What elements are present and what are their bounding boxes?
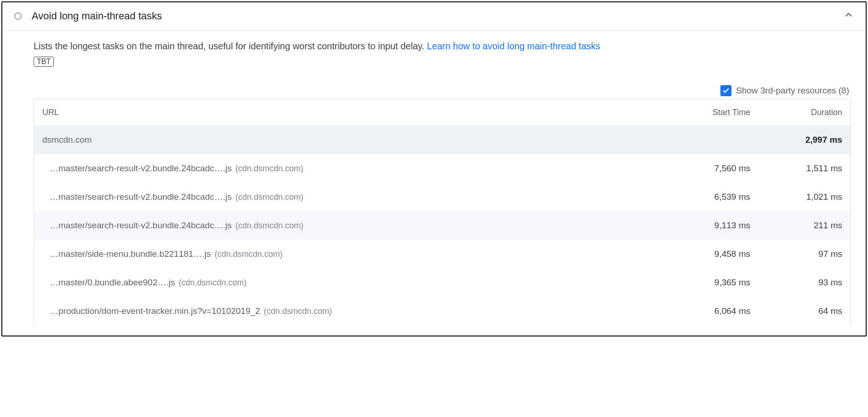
cell-start-time: 6,539 ms: [668, 192, 750, 202]
table-row[interactable]: …master/search-result-v2.bundle.24bcadc……: [34, 183, 851, 211]
cell-url: …production/dom-event-tracker.min.js?v=1…: [50, 306, 668, 316]
url-path: …master/0.bundle.abee902….js: [50, 278, 175, 287]
url-host: (cdn.dsmcdn.com): [215, 249, 283, 259]
cell-duration: 1,021 ms: [750, 192, 842, 202]
table-header: URL Start Time Duration: [34, 99, 851, 126]
url-path: …master/search-result-v2.bundle.24bcadc……: [50, 220, 232, 230]
chevron-up-icon[interactable]: [844, 10, 854, 22]
col-url: URL: [42, 108, 668, 117]
checkbox-checked-icon[interactable]: [720, 85, 731, 96]
cell-url: …master/side-menu.bundle.b221181….js(cdn…: [50, 249, 668, 259]
audit-body: Lists the longest tasks on the main thre…: [2, 31, 866, 336]
tasks-table: URL Start Time Duration dsmcdn.com 2,997…: [34, 99, 851, 325]
learn-more-link[interactable]: Learn how to avoid long main-thread task…: [427, 41, 600, 51]
cell-url: …master/search-result-v2.bundle.24bcadc……: [50, 163, 668, 174]
table-row[interactable]: …master/side-menu.bundle.b221181….js(cdn…: [34, 240, 851, 268]
audit-header[interactable]: Avoid long main-thread tasks: [2, 2, 866, 31]
third-party-toggle[interactable]: Show 3rd-party resources (8): [34, 85, 851, 96]
audit-title: Avoid long main-thread tasks: [32, 10, 844, 22]
cell-url: …master/search-result-v2.bundle.24bcadc……: [50, 192, 668, 202]
table-row[interactable]: …production/dom-event-tracker.min.js?v=1…: [34, 297, 851, 325]
url-host: (cdn.dsmcdn.com): [235, 221, 303, 230]
audit-description: Lists the longest tasks on the main thre…: [34, 39, 851, 53]
table-row[interactable]: …master/search-result-v2.bundle.24bcadc……: [34, 211, 851, 240]
url-host: (cdn.dsmcdn.com): [264, 307, 332, 316]
cell-start-time: 6,064 ms: [668, 306, 750, 316]
audit-panel: Avoid long main-thread tasks Lists the l…: [1, 1, 867, 336]
table-group-row[interactable]: dsmcdn.com 2,997 ms: [34, 126, 851, 154]
group-host: dsmcdn.com: [42, 135, 668, 145]
description-text: Lists the longest tasks on the main thre…: [34, 41, 427, 51]
col-start-time: Start Time: [668, 108, 750, 117]
col-duration: Duration: [750, 108, 842, 117]
cell-start-time: 7,560 ms: [668, 163, 750, 174]
cell-url: …master/0.bundle.abee902….js(cdn.dsmcdn.…: [50, 278, 668, 288]
cell-start-time: 9,365 ms: [668, 278, 750, 288]
url-path: …master/search-result-v2.bundle.24bcadc……: [50, 163, 232, 173]
url-host: (cdn.dsmcdn.com): [235, 164, 303, 173]
third-party-toggle-label: Show 3rd-party resources (8): [736, 86, 849, 96]
cell-duration: 64 ms: [750, 306, 842, 316]
cell-duration: 1,511 ms: [750, 163, 842, 174]
table-row[interactable]: …master/0.bundle.abee902….js(cdn.dsmcdn.…: [34, 268, 851, 297]
group-total: 2,997 ms: [750, 135, 842, 145]
url-path: …master/side-menu.bundle.b221181….js: [50, 249, 211, 259]
cell-duration: 97 ms: [750, 249, 842, 259]
metric-badge: TBT: [34, 57, 54, 67]
url-host: (cdn.dsmcdn.com): [235, 192, 303, 202]
url-path: …production/dom-event-tracker.min.js?v=1…: [50, 306, 260, 316]
url-host: (cdn.dsmcdn.com): [179, 278, 247, 287]
cell-url: …master/search-result-v2.bundle.24bcadc……: [50, 220, 668, 231]
cell-start-time: 9,458 ms: [668, 249, 750, 259]
status-dot-icon: [14, 12, 22, 20]
url-path: …master/search-result-v2.bundle.24bcadc……: [50, 192, 232, 202]
cell-start-time: 9,113 ms: [668, 220, 750, 231]
cell-duration: 211 ms: [750, 220, 842, 231]
table-row[interactable]: …master/search-result-v2.bundle.24bcadc……: [34, 154, 851, 183]
cell-duration: 93 ms: [750, 278, 842, 288]
